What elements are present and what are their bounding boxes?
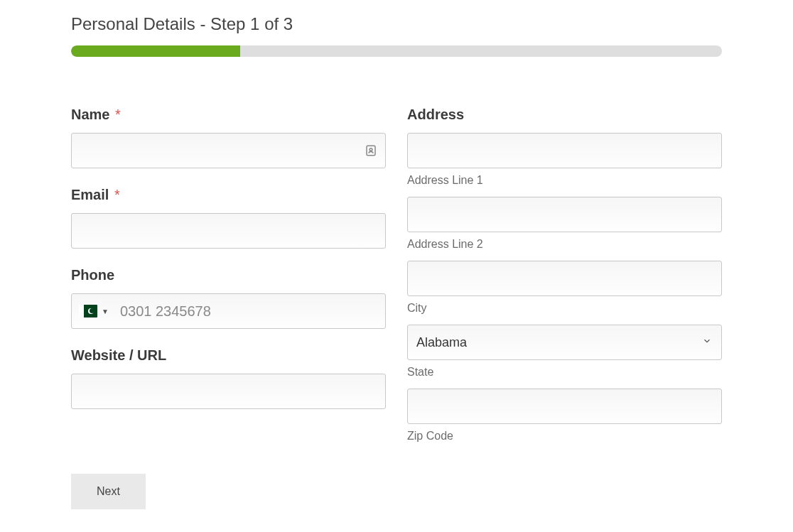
name-input[interactable]	[71, 133, 386, 168]
phone-label: Phone	[71, 267, 386, 283]
zip-input[interactable]	[407, 389, 722, 424]
address-line2-sublabel: Address Line 2	[407, 238, 722, 251]
progress-bar	[71, 45, 722, 57]
phone-input-wrapper: ▼	[71, 293, 386, 329]
phone-field: Phone ▼	[71, 267, 386, 329]
required-star: *	[114, 187, 120, 202]
chevron-down-icon: ▼	[102, 308, 109, 315]
page-title: Personal Details - Step 1 of 3	[71, 14, 722, 34]
contact-card-icon	[365, 144, 377, 157]
address-line1-input[interactable]	[407, 133, 722, 168]
city-sublabel: City	[407, 302, 722, 315]
website-input[interactable]	[71, 374, 386, 409]
city-input[interactable]	[407, 261, 722, 296]
required-star: *	[115, 107, 121, 122]
svg-point-1	[369, 148, 372, 151]
zip-sublabel: Zip Code	[407, 430, 722, 443]
right-column: Address Address Line 1 Address Line 2 Ci…	[407, 107, 722, 452]
name-label: Name *	[71, 107, 386, 123]
progress-fill	[71, 45, 240, 57]
state-sublabel: State	[407, 366, 722, 379]
website-label: Website / URL	[71, 347, 386, 364]
left-column: Name * Email * Phone	[71, 107, 386, 452]
address-label: Address	[407, 107, 722, 123]
name-field: Name *	[71, 107, 386, 168]
address-line1-sublabel: Address Line 1	[407, 174, 722, 187]
email-input[interactable]	[71, 213, 386, 249]
country-flag-dropdown[interactable]: ▼	[79, 305, 109, 317]
email-field: Email *	[71, 187, 386, 249]
next-button[interactable]: Next	[71, 474, 146, 509]
address-line2-input[interactable]	[407, 197, 722, 232]
pakistan-flag-icon	[79, 305, 97, 317]
email-label: Email *	[71, 187, 386, 203]
website-field: Website / URL	[71, 347, 386, 409]
phone-input[interactable]	[109, 294, 385, 328]
state-select[interactable]: Alabama	[407, 325, 722, 360]
